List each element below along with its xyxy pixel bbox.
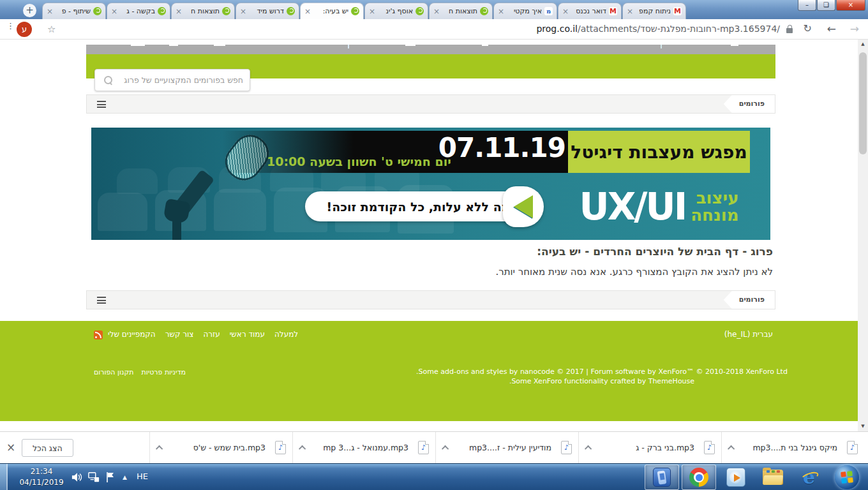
language-selector[interactable]: עברית (he_IL) [724, 330, 773, 339]
scrollbar-thumb[interactable] [859, 52, 867, 154]
back-icon[interactable]: ← [827, 22, 836, 35]
tab-close-icon[interactable]: × [47, 8, 53, 15]
banner-play-button[interactable] [503, 186, 544, 227]
hamburger-menu-icon[interactable] [97, 297, 106, 304]
tab-osef[interactable]: אוסף ג'ינ × [364, 3, 428, 19]
download-chevron-icon[interactable] [442, 445, 449, 452]
tab-close-icon[interactable]: × [562, 8, 569, 15]
breadcrumb-forums-link[interactable]: פורומים [724, 291, 775, 309]
banner-cta-pill[interactable]: הרשמה ללא עלות, כל הקודמת זוכה! [305, 191, 535, 221]
internet-explorer-button[interactable]: e [793, 464, 827, 490]
tab-bakasha[interactable]: בקשה - ג × [107, 3, 170, 19]
banner-date: 07.11.19 [438, 132, 565, 163]
footer-link-home[interactable]: עמוד ראשי [230, 330, 265, 339]
download-chevron-icon[interactable] [585, 445, 592, 452]
download-item-emanuel[interactable]: mp 3...עמנואל - ג.mp3 ♪ [292, 432, 435, 463]
screen: + שיתוף - פ × בקשה - ג × תוצאות ח × דרוש… [0, 0, 868, 490]
tab-close-icon[interactable]: × [304, 8, 311, 15]
lock-icon[interactable] [786, 25, 793, 33]
action-center-flag-icon[interactable] [105, 471, 116, 483]
address-bar[interactable]: prog.co.il/attachments/רחובות-מפלגת-שסד-… [257, 24, 780, 34]
banner-cta-text: הרשמה ללא עלות, כל הקודמת זוכה! [305, 200, 535, 214]
footer-link-help[interactable]: עזרה [203, 330, 220, 339]
media-player-button[interactable] [719, 464, 753, 490]
hamburger-menu-icon[interactable] [97, 101, 106, 108]
tab-gmail-inbox[interactable]: M דואר נכנס × [558, 3, 622, 19]
download-item-mix-jingle[interactable]: mp3....מיקס גינגל בני ת ♪ [721, 432, 864, 463]
tab-strip: + שיתוף - פ × בקשה - ג × תוצאות ח × דרוש… [23, 3, 686, 19]
windows-start-orb-icon [835, 465, 859, 489]
prog-favicon [222, 7, 230, 15]
scroll-up-arrow[interactable]: ▲ [858, 40, 868, 49]
footer-link-bar: הקמפיינים שלי צור קשר עזרה עמוד ראשי למע… [86, 330, 775, 341]
error-message-block: פרוג - דף הבית של היוצרים החרדים - יש בע… [86, 245, 773, 278]
tab-label: בקשה - ג [120, 7, 155, 15]
chrome-icon [689, 468, 708, 487]
tab-close-icon[interactable]: × [498, 8, 504, 15]
copyright-line1: Some add-ons and styles by nanocode © 20… [388, 367, 816, 376]
file-explorer-button[interactable] [756, 464, 790, 490]
search-input[interactable] [119, 75, 243, 85]
audio-file-icon: ♪ [418, 441, 429, 454]
download-item-beit-shemesh[interactable]: בית שמש - ש'ס.mp3 ♪ [149, 432, 292, 463]
footer-link-terms[interactable]: תקנון הפורום [94, 368, 134, 376]
download-item-bnei-brak[interactable]: בני ברק - ג.mp3 ♪ [578, 432, 721, 463]
downloads-bar: × הצג הכל mp3....מיקס גינגל בני ת ♪ בני … [0, 431, 868, 463]
show-desktop-button[interactable] [0, 464, 8, 490]
mem-favicon: מ [544, 7, 553, 15]
page-scrollbar[interactable]: ▲ ▼ [858, 40, 868, 431]
download-filename: mp3....מיקס גינגל בני ת [735, 443, 837, 452]
rss-icon[interactable] [94, 330, 103, 339]
reload-icon[interactable]: ↻ [804, 22, 812, 34]
download-chevron-icon[interactable] [728, 445, 735, 452]
tab-close-icon[interactable]: × [433, 8, 440, 15]
tab-close-icon[interactable]: × [240, 8, 246, 15]
download-filename: בני ברק - ג.mp3 [592, 443, 694, 452]
download-filename: mp3....מודיעין עילית - ז [449, 443, 551, 452]
network-icon[interactable] [88, 471, 100, 483]
tab-eich[interactable]: מ איך מקטי × [493, 3, 557, 19]
clock-date: 04/11/2019 [14, 477, 69, 488]
banner-uxui-block: UX/UI עיצוב מונחה [568, 175, 750, 239]
tab-close-icon[interactable]: × [369, 8, 375, 15]
footer-link-contact[interactable]: צור קשר [165, 330, 194, 339]
footer-link-privacy[interactable]: מדיניות פרטיות [142, 368, 186, 376]
phone-app-button-active[interactable] [645, 464, 679, 490]
tab-close-icon[interactable]: × [111, 8, 117, 15]
footer-link-top[interactable]: למעלה [274, 330, 298, 339]
downloads-close-icon[interactable]: × [6, 441, 15, 454]
volume-icon[interactable] [71, 471, 83, 483]
maximize-button[interactable]: ❏ [817, 0, 835, 11]
banner-uxui-text: UX/UI [580, 188, 686, 225]
tab-totsaot-2[interactable]: תוצאות ח × [429, 3, 493, 19]
tab-nituach[interactable]: M ניתוח קמפ × [622, 3, 686, 19]
close-window-button[interactable]: × [836, 0, 865, 11]
tab-active-yesh-beaya[interactable]: יש בעיה: × [300, 3, 364, 19]
tab-shituf[interactable]: שיתוף - פ × [42, 3, 106, 19]
taskbar-clock[interactable]: 21:34 04/11/2019 [14, 466, 69, 488]
profile-avatar[interactable]: ע [17, 22, 32, 37]
tab-label: שיתוף - פ [56, 7, 91, 15]
language-indicator[interactable]: HE [137, 471, 148, 481]
window-titlebar: + שיתוף - פ × בקשה - ג × תוצאות ח × דרוש… [0, 0, 868, 19]
event-banner-ad[interactable]: 07.11.19 יום חמישי ט' חשוון בשעה 10:00 מ… [91, 128, 770, 240]
tab-totsaot-1[interactable]: תוצאות ח × [171, 3, 235, 19]
show-all-downloads-button[interactable]: הצג הכל [22, 439, 73, 457]
footer-link-campaigns[interactable]: הקמפיינים שלי [108, 330, 156, 339]
breadcrumb-forums-link[interactable]: פורומים [724, 95, 775, 113]
hidden-icons-arrow[interactable]: ▲ [123, 474, 127, 480]
download-item-modiin[interactable]: mp3....מודיעין עילית - ז ♪ [435, 432, 578, 463]
download-chevron-icon[interactable] [156, 445, 163, 452]
chrome-menu-icon[interactable]: ⋮ [6, 24, 9, 34]
forward-icon[interactable]: → [850, 22, 859, 35]
new-tab-button[interactable]: + [23, 4, 36, 17]
tab-close-icon[interactable]: × [176, 8, 182, 15]
scroll-down-arrow[interactable]: ▼ [858, 422, 868, 431]
tab-close-icon[interactable]: × [627, 8, 633, 15]
tab-darush[interactable]: דרוש מיד × [236, 3, 299, 19]
minimize-button[interactable]: – [798, 0, 816, 11]
bookmark-star-icon[interactable]: ☆ [47, 24, 56, 35]
download-chevron-icon[interactable] [299, 445, 306, 452]
start-button[interactable] [830, 464, 864, 490]
chrome-button-active[interactable] [682, 464, 716, 490]
